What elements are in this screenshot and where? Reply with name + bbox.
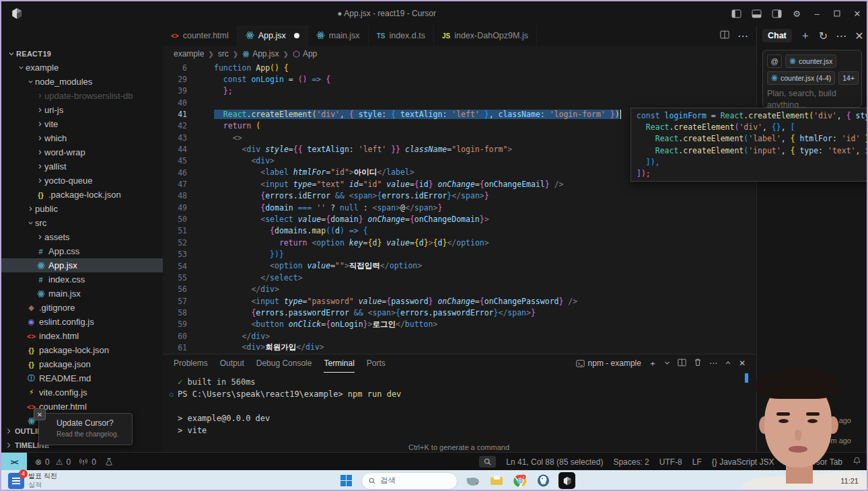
tree-item-example[interactable]: example	[1, 61, 163, 75]
code-line-53[interactable]: 53 })}	[163, 249, 755, 260]
tree-item-package-json[interactable]: {}package.json	[1, 357, 163, 371]
new-terminal-icon[interactable]: ＋	[649, 358, 657, 369]
tree-item-public[interactable]: public	[1, 202, 163, 216]
panel-tab-output[interactable]: Output	[220, 354, 244, 372]
chat-tab[interactable]: Chat	[762, 29, 792, 42]
more-actions-icon[interactable]: ⋯	[709, 358, 717, 368]
tree-item-readme-md[interactable]: ⓘREADME.md	[1, 371, 163, 385]
broadcast-icon[interactable]	[785, 457, 793, 467]
tree-root-react19[interactable]: REACT19	[1, 47, 163, 61]
code-line-59[interactable]: 59 <button onClick={onLogin}>로그인</button…	[163, 319, 755, 330]
panel-tab-debug-console[interactable]: Debug Console	[256, 354, 312, 372]
code-line-54[interactable]: 54 <option value="">직접입력</option>	[163, 260, 755, 272]
minimize-button[interactable]: –	[811, 8, 822, 19]
tab-index-dahopz9m-js[interactable]: JSindex-DahOpz9M.js	[434, 26, 537, 46]
cursor-position[interactable]: Ln 41, Col 88 (85 selected)	[506, 457, 603, 467]
tree-item--gitignore[interactable]: ◆.gitignore	[1, 301, 163, 315]
tree-item-update-browserslist-db[interactable]: update-browserslist-db	[1, 89, 163, 103]
tree-item-app-jsx[interactable]: App.jsx	[1, 258, 163, 272]
language-mode[interactable]: {} JavaScript JSX	[712, 457, 774, 467]
cursor-app-icon[interactable]	[558, 472, 575, 489]
toggle-secondary-sidebar-icon[interactable]	[771, 8, 782, 19]
terminal-dropdown-icon[interactable]	[664, 358, 670, 368]
tree-item-src[interactable]: src	[1, 216, 163, 230]
ai-suggestion-popup[interactable]: const loginForm = React.createElement('d…	[630, 108, 868, 182]
breadcrumb-symbol[interactable]: App	[303, 49, 317, 59]
more-context-chip[interactable]: 14+	[838, 71, 859, 85]
feedback-icon[interactable]	[104, 457, 114, 466]
file-explorer-icon[interactable]	[488, 472, 505, 489]
tree-item-yallist[interactable]: yallist	[1, 159, 163, 174]
cursor-tab-toggle[interactable]: Cursor Tab	[803, 457, 842, 467]
terminal-output[interactable]: ✓ built in 560ms○PS C:\Users\speak\react…	[170, 376, 401, 437]
remote-indicator[interactable]: ><	[1, 453, 27, 471]
maximize-button[interactable]	[832, 8, 842, 19]
toggle-panel-icon[interactable]	[751, 8, 762, 19]
tree-item-main-jsx[interactable]: main.jsx	[1, 287, 163, 301]
taskbar-clock[interactable]: 11:21	[840, 477, 859, 485]
problems-indicator[interactable]: ⊗0 ⚠0	[35, 457, 71, 467]
tree-item-index-html[interactable]: <>index.html	[1, 329, 163, 343]
tab-index-d-ts[interactable]: TSindex.d.ts	[369, 26, 434, 46]
code-line-61[interactable]: 61 <div>회원가입</div>	[163, 342, 755, 353]
close-window-button[interactable]: ✕	[852, 8, 863, 19]
tree-item-package-lock-json[interactable]: {}package-lock.json	[1, 343, 163, 357]
context-chip[interactable]: counter.jsx	[785, 54, 836, 68]
tree-item-uri-js[interactable]: uri-js	[1, 103, 163, 117]
settings-gear-icon[interactable]: ⚙	[791, 8, 802, 19]
chat-history-icon[interactable]: ↻	[819, 30, 828, 42]
start-button[interactable]	[338, 472, 355, 489]
code-line-40[interactable]: 40	[163, 97, 755, 108]
more-actions-icon[interactable]: ⋯	[737, 30, 748, 42]
tree-item-vite[interactable]: vite	[1, 117, 163, 131]
tree-item-eslint-config-js[interactable]: ◉eslint.config.js	[1, 315, 163, 329]
tree-item-vite-config-js[interactable]: ⚡vite.config.js	[1, 385, 163, 400]
panel-tab-problems[interactable]: Problems	[174, 354, 208, 372]
tab-main-jsx[interactable]: main.jsx	[308, 26, 369, 46]
code-line-57[interactable]: 57 <input type="password" value={passwor…	[163, 295, 755, 307]
close-icon[interactable]: ✕	[34, 408, 46, 420]
tab-counter-html[interactable]: <>counter.html	[163, 26, 238, 46]
code-line-50[interactable]: 50 <select value={domain} onChange={onCh…	[163, 213, 755, 225]
terminal-session[interactable]: npm - example	[576, 358, 641, 368]
tree-item-node-modules[interactable]: node_modules	[1, 75, 163, 89]
code-line-48[interactable]: 48 {errors.idError && <span>{errors.idEr…	[163, 190, 755, 202]
code-line-56[interactable]: 56 </div>	[163, 284, 755, 295]
toggle-sidebar-icon[interactable]	[731, 8, 742, 19]
breadcrumb-src[interactable]: src	[218, 49, 229, 59]
terminal-scrollbar[interactable]	[745, 373, 748, 383]
widget-app-icon[interactable]	[464, 472, 481, 489]
add-context-button[interactable]: @	[767, 54, 782, 68]
code-line-60[interactable]: 60 </div>	[163, 330, 755, 342]
chat-input-box[interactable]: @ counter.jsx counter.jsx (4-4) 14+ Plan…	[762, 50, 862, 108]
code-line-58[interactable]: 58 {errors.passwordError && <span>{error…	[163, 307, 755, 318]
code-line-6[interactable]: 6function App() {	[163, 62, 755, 73]
code-line-39[interactable]: 39 };	[163, 85, 755, 97]
panel-tab-ports[interactable]: Ports	[367, 354, 386, 372]
tree-item-index-css[interactable]: #index.css	[1, 272, 163, 287]
code-editor[interactable]: 6function App() {29 const onLogin = () =…	[163, 62, 755, 354]
code-line-55[interactable]: 55 </select>	[163, 272, 755, 283]
panel-tab-terminal[interactable]: Terminal	[324, 354, 354, 373]
code-line-49[interactable]: 49 {domain === '' ? null : <span>@</span…	[163, 202, 755, 213]
bell-icon[interactable]	[853, 456, 861, 467]
close-panel-icon[interactable]: ✕	[739, 358, 746, 368]
code-line-29[interactable]: 29 const onLogin = () => {	[163, 73, 755, 85]
search-status-icon[interactable]	[479, 456, 496, 467]
maximize-panel-icon[interactable]	[725, 358, 731, 368]
close-chat-icon[interactable]: ✕	[855, 30, 863, 42]
tab-app-jsx[interactable]: App.jsx	[238, 26, 308, 46]
tree-item--package-lock-json[interactable]: {}.package-lock.json	[1, 188, 163, 202]
taskbar-search[interactable]: 검색	[361, 472, 458, 490]
tree-item-word-wrap[interactable]: word-wrap	[1, 145, 163, 159]
code-line-51[interactable]: 51 {domains.map((d) => {	[163, 225, 755, 237]
tree-item-app-css[interactable]: #App.css	[1, 244, 163, 258]
new-chat-icon[interactable]: ＋	[800, 29, 811, 43]
more-actions-icon[interactable]: ⋯	[836, 30, 846, 42]
breadcrumb-file[interactable]: App.jsx	[252, 49, 279, 59]
pgadmin-icon[interactable]	[535, 472, 552, 489]
tree-item-yocto-queue[interactable]: yocto-queue	[1, 174, 163, 188]
notification-title[interactable]: Update Cursor?	[57, 418, 125, 428]
eol-setting[interactable]: LF	[692, 457, 702, 467]
ports-indicator[interactable]: 0	[79, 457, 96, 467]
